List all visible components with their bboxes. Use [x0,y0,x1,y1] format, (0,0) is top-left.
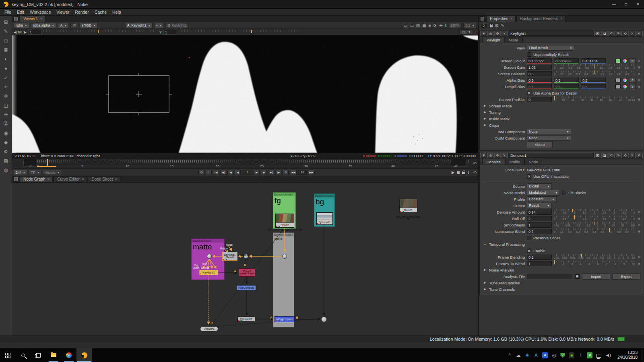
close-icon[interactable]: ✕ [40,17,43,21]
pane-menu-icon[interactable] [14,17,18,21]
close-panel-icon[interactable]: ✕ [636,153,642,158]
channels-dropdown[interactable]: rgba▼ [14,23,29,28]
center-icon[interactable]: ◎ [488,153,493,158]
lut-dropdown[interactable]: sRGB▼ [80,23,98,28]
autodesk-icon[interactable]: A [533,352,539,358]
zoom-level[interactable]: 120% [448,23,462,28]
particles-icon[interactable]: ✳ [0,110,12,119]
node-read1[interactable]: Read1 [399,199,417,213]
bluetooth-icon[interactable]: ᛒ [578,352,583,358]
edit-icon[interactable]: ✎ [501,23,504,28]
swatch-b-icon[interactable]: ◪ [602,153,607,158]
undo-icon[interactable]: ↶ [609,31,614,36]
dot-node-matte[interactable] [207,254,212,259]
value-field[interactable]: 1 [527,222,552,228]
revert-icon[interactable]: ⟲ [622,31,628,36]
animation-menu-icon[interactable]: ≋ [638,223,640,227]
disclosure-closed-icon[interactable]: ▶ [483,288,487,291]
animation-menu-icon[interactable]: ≋ [638,59,640,63]
folder-icon[interactable]: ▣ [574,274,580,279]
app-a-icon[interactable]: A [542,352,548,358]
value-field[interactable]: 0.7 [527,229,552,234]
transport-▶[interactable]: ▶ [261,170,267,175]
undo-icon[interactable]: ↶ [609,153,614,158]
clear-panels-icon[interactable]: ⊠ [495,23,498,28]
close-icon[interactable]: ✕ [510,17,513,21]
rgb-field-1[interactable]: 0.5 [554,78,579,83]
transport-◀◀[interactable]: ◀◀ [290,170,297,175]
close-button[interactable]: ✕ [632,0,644,9]
node-name-field[interactable]: Denoise1 [508,153,594,158]
swatch-b-icon[interactable]: ◪ [602,31,607,36]
center-icon[interactable]: ◎ [488,31,493,36]
task-view-button[interactable] [31,348,46,362]
checkbox-unpremultiply-result[interactable] [527,52,531,57]
settings-icon[interactable]: ⚙ [495,31,500,36]
transport-0[interactable]: 0 [283,170,289,175]
node-keylight1[interactable]: Keylight1 [199,270,218,275]
dropdown-final-result[interactable]: Final Result▼ [527,45,574,51]
disclosure-open-icon[interactable]: ▼ [483,243,487,246]
disclosure-closed-icon[interactable]: ▶ [483,268,487,272]
close-panel-icon[interactable]: ✕ [636,31,642,36]
slider-track[interactable]: 0.010.020.030.050.10.20.30.5123510 [554,254,635,260]
refresh-icon[interactable]: ⟳ [433,23,437,28]
dot-node-spine[interactable] [282,254,287,259]
download-icon[interactable]: ⇓ [467,170,470,175]
defender-icon[interactable]: ✓ [560,353,565,358]
taskbar-clock[interactable]: 13:33 24/10/2018 [613,350,642,360]
close-icon[interactable]: ✕ [47,177,50,181]
checkbox-preserve-edges[interactable] [527,236,531,240]
minimize-button[interactable]: — [608,0,620,9]
transport-|◀[interactable]: |◀ [213,170,219,175]
animation-menu-icon[interactable]: ≋ [638,262,640,265]
panel-tab-profile[interactable]: profile [505,159,524,165]
group-label-tuning[interactable]: Tuning [489,110,501,115]
menu-help[interactable]: Help [109,10,124,14]
close-icon[interactable]: ✕ [560,17,563,21]
dropdown-constant[interactable]: Constant▼ [527,196,557,202]
redo-icon[interactable]: ↷ [615,153,621,158]
filter-icon[interactable]: ● [0,64,12,73]
play-icon[interactable]: ▶ [452,170,455,175]
slider-track[interactable]: 00.20.40.60.811.21.41.61.82 [554,64,635,70]
menu-viewer[interactable]: Viewer [54,10,72,14]
group-label-crops[interactable]: Crops [489,123,499,128]
rgb-field-1[interactable]: 0.5 [554,84,579,89]
transport-▶▶[interactable]: ▶▶ [308,170,315,175]
slider-track[interactable]: 00.511.522.533.54 [554,209,635,215]
p-app-icon[interactable]: P [587,352,592,358]
gamma-slider[interactable] [179,30,299,35]
slider-track[interactable]: 0.010.030.10.3131030100 [554,222,635,228]
animation-menu-icon[interactable]: ≋ [638,72,640,76]
pause-icon[interactable]: ‖ [445,23,446,28]
value-field[interactable]: 1 [527,261,552,266]
lock-icon[interactable] [462,172,465,174]
overlay-icon[interactable]: ▦ [422,23,426,28]
animation-menu-icon[interactable]: ≋ [638,217,640,220]
rgb-field-2[interactable]: 0.5 [581,78,606,83]
redo-icon[interactable]: ↷ [615,31,621,36]
pane-menu-icon[interactable] [14,177,18,181]
tab-node-graph[interactable]: Node Graph✕ [20,176,53,182]
transport-▶|[interactable]: ▶| [268,170,274,175]
file-input[interactable] [527,274,572,279]
panel-tab-keylight[interactable]: Keylight [482,37,505,43]
viewer-canvas[interactable] [12,35,478,153]
start-button[interactable] [0,348,15,362]
roi-icon[interactable]: ▭ [404,23,407,28]
node-huecorrect1[interactable]: HueCorrect1 [237,285,256,290]
node-graph-canvas[interactable]: BackdropNode2 fg BackdropNode1 bg Backdr… [12,183,478,335]
import-button[interactable]: Import [582,274,610,280]
animation-menu-icon[interactable]: ≋ [638,98,640,101]
node-constant1[interactable]: Constant1 [316,212,333,225]
tab-viewer1[interactable]: Viewer1 ✕ [20,16,45,22]
lock-icon[interactable] [490,25,493,27]
transport-◀|[interactable]: ◀| [220,170,226,175]
transport-|▶[interactable]: |▶ [275,170,281,175]
checkbox-use-alpha-bias-for-despill[interactable]: ✕ [527,91,531,95]
view-mode-dropdown[interactable]: 2D▼ [460,29,473,35]
menu-edit[interactable]: Edit [14,10,27,14]
dropdown-result[interactable]: Result▼ [527,203,552,208]
playhead[interactable] [47,159,48,167]
